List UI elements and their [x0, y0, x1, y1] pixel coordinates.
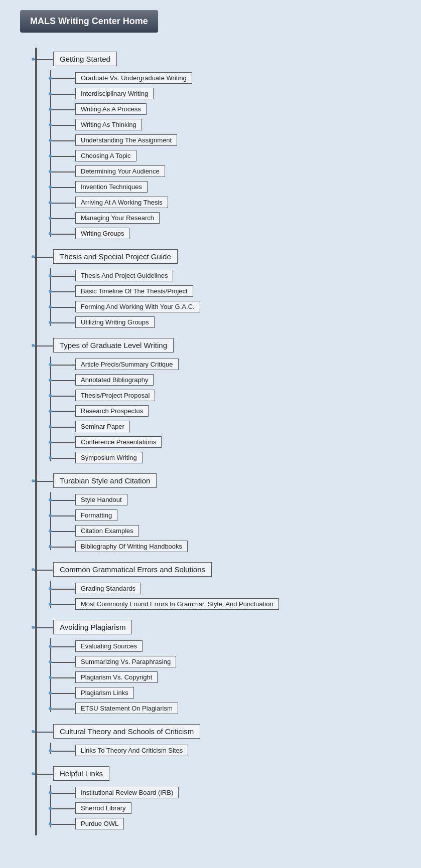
section-label-thesis-guide[interactable]: Thesis and Special Project Guide [53, 249, 178, 264]
child-label[interactable]: Managing Your Research [75, 212, 160, 224]
child-dot [49, 139, 52, 142]
section-label-types-writing[interactable]: Types of Graduate Level Writing [53, 338, 174, 353]
child-label[interactable]: Thesis And Project Guidelines [75, 270, 173, 281]
section-dot-plagiarism [32, 626, 35, 629]
child-label[interactable]: Style Handout [75, 494, 127, 505]
list-item: Interdisciplinary Writing [75, 86, 416, 101]
list-item: Determining Your Audience [75, 163, 416, 179]
child-label[interactable]: Basic Timeline Of The Thesis/Project [75, 285, 193, 297]
child-label[interactable]: Grading Standards [75, 583, 141, 594]
section-types-writing: Types of Graduate Level WritingArticle P… [35, 334, 416, 469]
child-dot [49, 807, 52, 810]
section-dot-types-writing [32, 344, 35, 347]
section-header-cultural-theory: Cultural Theory and Schools of Criticism [35, 720, 416, 743]
list-item: Bibliography Of Writing Handbooks [75, 539, 416, 554]
child-dot [49, 170, 52, 173]
list-item: Style Handout [75, 492, 416, 507]
child-dot [49, 217, 52, 220]
child-label[interactable]: Plagiarism Links [75, 687, 134, 699]
list-item: Arriving At A Working Thesis [75, 195, 416, 210]
section-header-getting-started: Getting Started [35, 48, 416, 70]
child-label[interactable]: Interdisciplinary Writing [75, 88, 154, 99]
child-label[interactable]: Links To Theory And Criticism Sites [75, 745, 188, 756]
children-plagiarism: Evaluating SourcesSummarizing Vs. Paraph… [35, 638, 416, 720]
child-label[interactable]: Choosing A Topic [75, 150, 136, 161]
section-label-helpful-links[interactable]: Helpful Links [53, 766, 109, 781]
section-dot-turabian [32, 479, 35, 482]
title-box[interactable]: MALS Writing Center Home [20, 10, 158, 33]
child-label[interactable]: Seminar Paper [75, 421, 130, 432]
children-thesis-guide: Thesis And Project GuidelinesBasic Timel… [35, 268, 416, 334]
child-dot [49, 498, 52, 501]
child-dot [49, 545, 52, 548]
list-item: Sherrod Library [75, 800, 416, 816]
section-label-cultural-theory[interactable]: Cultural Theory and Schools of Criticism [53, 724, 200, 739]
list-item: Choosing A Topic [75, 148, 416, 163]
child-label[interactable]: Evaluating Sources [75, 640, 143, 652]
child-label[interactable]: Most Commonly Found Errors In Grammar, S… [75, 598, 279, 610]
list-item: Institutional Review Board (IRB) [75, 785, 416, 800]
section-label-getting-started[interactable]: Getting Started [53, 52, 117, 66]
child-label[interactable]: Annotated Bibliography [75, 374, 154, 386]
child-label[interactable]: Writing Groups [75, 228, 129, 239]
list-item: Most Commonly Found Errors In Grammar, S… [75, 596, 416, 612]
child-dot [49, 290, 52, 293]
section-header-thesis-guide: Thesis and Special Project Guide [35, 245, 416, 268]
child-dot [49, 660, 52, 663]
child-label[interactable]: Sherrod Library [75, 802, 131, 814]
child-label[interactable]: Utilizing Writing Groups [75, 316, 155, 328]
child-label[interactable]: Institutional Review Board (IRB) [75, 787, 179, 798]
child-label[interactable]: Graduate Vs. Undergraduate Writing [75, 72, 192, 84]
children-helpful-links: Institutional Review Board (IRB)Sherrod … [35, 785, 416, 835]
section-thesis-guide: Thesis and Special Project GuideThesis A… [35, 245, 416, 334]
list-item: Writing As A Process [75, 101, 416, 117]
list-item: Seminar Paper [75, 419, 416, 434]
list-item: Plagiarism Links [75, 685, 416, 701]
child-label[interactable]: Symposium Writing [75, 452, 143, 463]
list-item: Managing Your Research [75, 210, 416, 226]
child-dot [49, 791, 52, 794]
list-item: Thesis/Project Proposal [75, 388, 416, 403]
child-label[interactable]: Thesis/Project Proposal [75, 390, 155, 401]
section-dot-getting-started [32, 58, 35, 61]
child-label[interactable]: Invention Techniques [75, 181, 148, 193]
list-item: Evaluating Sources [75, 638, 416, 654]
children-types-writing: Article Precis/Summary CritiqueAnnotated… [35, 357, 416, 469]
child-label[interactable]: Article Precis/Summary Critique [75, 359, 179, 370]
child-label[interactable]: Forming And Working With Your G.A.C. [75, 301, 200, 312]
child-label[interactable]: Bibliography Of Writing Handbooks [75, 541, 188, 552]
child-label[interactable]: Writing As A Process [75, 103, 147, 115]
child-label[interactable]: Arriving At A Working Thesis [75, 197, 168, 208]
section-label-turabian[interactable]: Turabian Style and Citation [53, 473, 157, 488]
child-label[interactable]: Formatting [75, 509, 117, 521]
title-text: MALS Writing Center Home [30, 16, 148, 26]
child-dot [49, 379, 52, 382]
child-dot [49, 274, 52, 277]
child-dot [49, 456, 52, 459]
child-label[interactable]: Conference Presentations [75, 436, 162, 448]
section-label-plagiarism[interactable]: Avoiding Plagiarism [53, 620, 132, 634]
children-getting-started: Graduate Vs. Undergraduate WritingInterd… [35, 70, 416, 245]
child-label[interactable]: Research Prospectus [75, 405, 149, 417]
child-dot [49, 603, 52, 606]
child-label[interactable]: Writing As Thinking [75, 119, 142, 130]
child-label[interactable]: Understanding The Assignment [75, 134, 177, 146]
section-dot-helpful-links [32, 772, 35, 775]
section-helpful-links: Helpful LinksInstitutional Review Board … [35, 762, 416, 835]
child-label[interactable]: ETSU Statement On Plagiarism [75, 703, 178, 714]
section-grammar: Common Grammatical Errors and SolutionsG… [35, 558, 416, 616]
section-dot-cultural-theory [32, 730, 35, 733]
section-label-grammar[interactable]: Common Grammatical Errors and Solutions [53, 562, 212, 577]
child-dot [49, 514, 52, 517]
child-dot [49, 77, 52, 80]
child-label[interactable]: Purdue OWL [75, 818, 124, 829]
child-dot [49, 749, 52, 752]
list-item: Forming And Working With Your G.A.C. [75, 299, 416, 314]
child-label[interactable]: Determining Your Audience [75, 165, 165, 177]
child-dot [49, 92, 52, 95]
child-label[interactable]: Plagiarism Vs. Copyright [75, 671, 158, 683]
section-header-helpful-links: Helpful Links [35, 762, 416, 785]
child-label[interactable]: Summarizing Vs. Paraphrasing [75, 656, 176, 667]
child-label[interactable]: Citation Examples [75, 525, 139, 537]
section-dot-grammar [32, 568, 35, 571]
